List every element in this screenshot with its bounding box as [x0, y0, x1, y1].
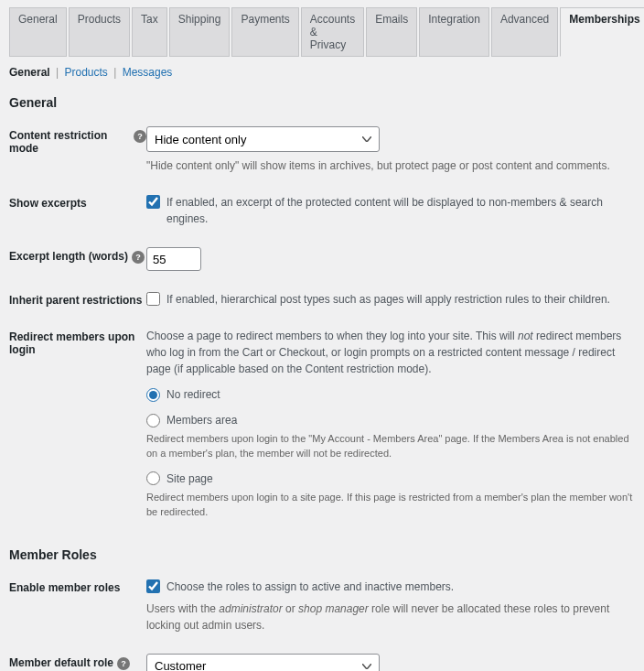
label-member-default-role: Member default role: [9, 656, 113, 669]
main-tab-accounts-privacy[interactable]: Accounts & Privacy: [301, 7, 364, 57]
main-tab-integration[interactable]: Integration: [419, 7, 489, 57]
main-tab-emails[interactable]: Emails: [366, 7, 417, 57]
sub-tab-general[interactable]: General: [9, 66, 50, 79]
main-tab-products[interactable]: Products: [69, 7, 130, 57]
inherit-parent-label: If enabled, hierarchical post types such…: [166, 291, 610, 308]
enable-member-roles-checkbox[interactable]: [146, 579, 160, 593]
main-tab-memberships[interactable]: Memberships: [560, 7, 644, 57]
main-tab-tax[interactable]: Tax: [132, 7, 167, 57]
content-restriction-desc: "Hide content only" will show items in a…: [146, 157, 635, 174]
help-icon[interactable]: ?: [134, 130, 146, 143]
main-tab-advanced[interactable]: Advanced: [491, 7, 558, 57]
main-tab-payments[interactable]: Payments: [231, 7, 298, 57]
radio-label-members-area: Members area: [166, 412, 237, 428]
section-member-roles-heading: Member Roles: [9, 547, 635, 562]
show-excerpts-label: If enabled, an excerpt of the protected …: [166, 194, 635, 227]
section-general-heading: General: [9, 95, 635, 110]
radio-label-no-redirect: No redirect: [166, 386, 220, 403]
redirect-intro: Choose a page to redirect members to whe…: [146, 328, 635, 377]
enable-member-roles-note: Users with the administrator or shop man…: [146, 601, 635, 633]
help-icon[interactable]: ?: [132, 251, 145, 264]
main-tab-shipping[interactable]: Shipping: [169, 7, 231, 57]
main-tab-general[interactable]: General: [9, 7, 67, 57]
enable-member-roles-label: Choose the roles to assign to active and…: [166, 579, 454, 595]
label-show-excerpts: Show excerpts: [9, 197, 87, 210]
content-restriction-mode-select[interactable]: Hide content only: [146, 126, 380, 152]
show-excerpts-checkbox[interactable]: [146, 195, 160, 209]
sub-tab-bar: General | Products | Messages: [9, 66, 635, 79]
label-enable-member-roles: Enable member roles: [9, 581, 120, 594]
label-redirect-members: Redirect members upon login: [9, 330, 146, 356]
excerpt-length-input[interactable]: [146, 247, 201, 271]
sub-tab-messages[interactable]: Messages: [123, 66, 173, 79]
redirect-members-area-radio[interactable]: [146, 414, 160, 427]
sub-tab-products[interactable]: Products: [65, 66, 108, 79]
inherit-parent-checkbox[interactable]: [146, 292, 160, 306]
site-page-note: Redirect members upon login to a site pa…: [146, 491, 635, 520]
help-icon[interactable]: ?: [117, 657, 130, 670]
label-content-restriction: Content restriction mode: [9, 129, 130, 155]
redirect-site-page-radio[interactable]: [146, 471, 160, 485]
label-excerpt-length: Excerpt length (words): [9, 250, 128, 263]
redirect-no-redirect-radio[interactable]: [146, 388, 160, 402]
member-default-role-select[interactable]: Customer: [146, 654, 380, 671]
members-area-note: Redirect members upon login to the "My A…: [146, 432, 635, 461]
main-tab-bar: GeneralProductsTaxShippingPaymentsAccoun…: [9, 7, 635, 57]
radio-label-site-page: Site page: [166, 471, 213, 487]
label-inherit-parent: Inherit parent restrictions: [9, 294, 142, 307]
